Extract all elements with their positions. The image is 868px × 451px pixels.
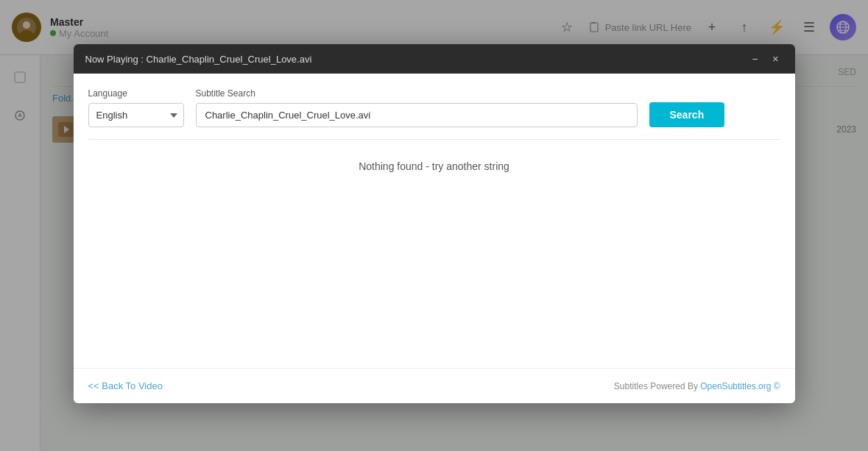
app-background: Master My Account ☆ Paste link URL Here …: [0, 0, 868, 451]
modal-overlay: Now Playing : Charlie_Chaplin_Cruel_Crue…: [0, 0, 868, 451]
modal-body: Language English French Spanish German I…: [74, 74, 795, 368]
modal-title: Now Playing : Charlie_Chaplin_Cruel_Crue…: [85, 54, 312, 65]
search-button[interactable]: Search: [649, 102, 725, 127]
search-row: Language English French Spanish German I…: [88, 88, 780, 127]
subtitle-search-field-group: Subtitle Search: [196, 88, 638, 127]
modal-minimize-button[interactable]: −: [747, 52, 762, 66]
modal-close-button[interactable]: ×: [768, 52, 783, 66]
modal-titlebar: Now Playing : Charlie_Chaplin_Cruel_Crue…: [74, 44, 795, 74]
language-label: Language: [88, 88, 184, 99]
subtitle-search-modal: Now Playing : Charlie_Chaplin_Cruel_Crue…: [74, 44, 795, 403]
footer-credits: Subtitles Powered By OpenSubtitles.org ©: [614, 381, 780, 391]
nothing-found-message: Nothing found - try another string: [88, 160, 780, 172]
opensubtitles-link[interactable]: OpenSubtitles.org ©: [700, 381, 780, 391]
subtitle-search-input[interactable]: [196, 103, 638, 127]
back-to-video-link[interactable]: << Back To Video: [88, 380, 163, 391]
modal-footer: << Back To Video Subtitles Powered By Op…: [74, 368, 795, 403]
language-select[interactable]: English French Spanish German Italian Po…: [88, 103, 184, 127]
subtitle-search-label: Subtitle Search: [196, 88, 638, 99]
results-area: Nothing found - try another string: [88, 139, 780, 360]
credits-prefix: Subtitles Powered By: [614, 381, 698, 391]
modal-controls: − ×: [747, 52, 783, 66]
language-field-group: Language English French Spanish German I…: [88, 88, 184, 127]
